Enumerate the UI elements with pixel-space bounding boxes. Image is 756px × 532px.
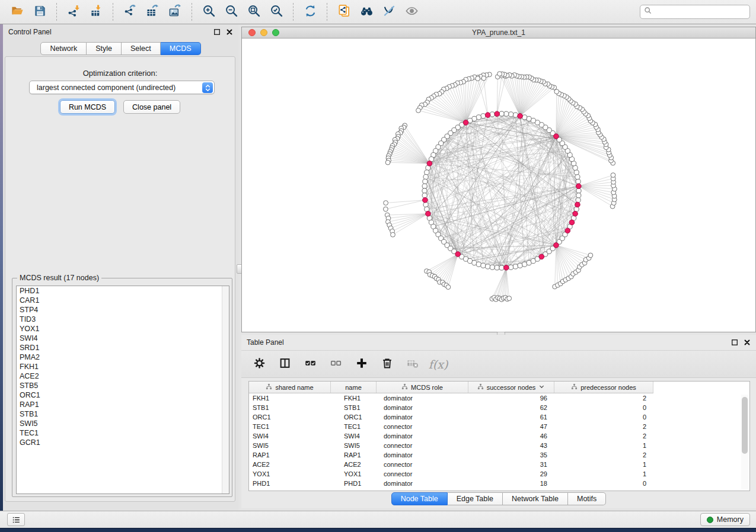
cell-mcds-role[interactable]: dominator bbox=[377, 403, 468, 412]
mcds-result-item[interactable]: PHD1 bbox=[17, 286, 229, 296]
cell-shared-name[interactable]: PHD1 bbox=[249, 479, 331, 488]
float-table-panel-icon[interactable] bbox=[731, 339, 738, 347]
table-row[interactable]: RAP1RAP1dominator352 bbox=[249, 450, 749, 460]
select-all-button[interactable] bbox=[303, 357, 318, 372]
cell-shared-name[interactable]: SWI5 bbox=[249, 441, 331, 450]
memory-button[interactable]: Memory bbox=[700, 513, 750, 526]
cell-name[interactable]: ORC1 bbox=[331, 412, 377, 422]
mcds-result-item[interactable]: CAR1 bbox=[17, 296, 229, 305]
cell-shared-name[interactable]: ACE2 bbox=[249, 460, 331, 469]
show-graphics-details-button[interactable] bbox=[403, 3, 420, 21]
cell-mcds-role[interactable]: connector bbox=[377, 422, 468, 431]
cell-predecessor-nodes[interactable]: 2 bbox=[554, 422, 653, 431]
cell-name[interactable]: YOX1 bbox=[331, 469, 377, 479]
mcds-result-item[interactable]: SRD1 bbox=[17, 343, 229, 352]
refresh-button[interactable] bbox=[301, 3, 319, 21]
cell-mcds-role[interactable]: connector bbox=[377, 441, 468, 450]
cell-shared-name[interactable]: YOX1 bbox=[249, 469, 331, 479]
hide-graphics-details-button[interactable] bbox=[380, 3, 398, 21]
save-button[interactable] bbox=[31, 3, 49, 21]
mcds-result-item[interactable]: PMA2 bbox=[17, 352, 229, 362]
cell-mcds-role[interactable]: dominator bbox=[377, 479, 468, 488]
criterion-dropdown[interactable]: largest connected component (undirected) bbox=[29, 81, 215, 94]
table-row[interactable]: ORC1ORC1dominator610 bbox=[249, 412, 749, 422]
mcds-result-item[interactable]: STB1 bbox=[17, 409, 229, 419]
mcds-result-item[interactable]: STP4 bbox=[17, 305, 229, 315]
clone-network-button[interactable] bbox=[335, 3, 353, 21]
cell-predecessor-nodes[interactable]: 2 bbox=[554, 431, 653, 441]
table-scrollbar-thumb[interactable] bbox=[742, 397, 748, 454]
cell-shared-name[interactable]: RAP1 bbox=[249, 450, 331, 460]
cell-name[interactable]: PHD1 bbox=[331, 479, 377, 488]
add-button[interactable] bbox=[354, 357, 369, 372]
cell-successor-nodes[interactable]: 35 bbox=[468, 450, 554, 460]
cell-predecessor-nodes[interactable]: 0 bbox=[554, 403, 653, 412]
table-scrollbar[interactable] bbox=[741, 395, 748, 489]
table-row[interactable]: YOX1YOX1connector291 bbox=[249, 469, 749, 479]
tab-select[interactable]: Select bbox=[122, 42, 161, 55]
cell-name[interactable]: SWI5 bbox=[331, 441, 377, 450]
cell-successor-nodes[interactable]: 61 bbox=[468, 412, 554, 422]
tab-network[interactable]: Network bbox=[40, 42, 87, 55]
cell-successor-nodes[interactable]: 18 bbox=[468, 479, 554, 488]
cell-predecessor-nodes[interactable]: 0 bbox=[554, 412, 653, 422]
cell-shared-name[interactable]: TEC1 bbox=[249, 422, 331, 431]
table-row[interactable]: SWI4SWI4dominator462 bbox=[249, 431, 749, 441]
mcds-result-item[interactable]: TID3 bbox=[17, 315, 229, 324]
column-header-mcds-role[interactable]: MCDS role bbox=[377, 382, 468, 393]
mcds-result-item[interactable]: ACE2 bbox=[17, 371, 229, 381]
mcds-result-item[interactable]: TEC1 bbox=[17, 428, 229, 438]
zoom-fit-button[interactable] bbox=[245, 3, 263, 21]
cell-mcds-role[interactable]: connector bbox=[377, 460, 468, 469]
tab-edge-table[interactable]: Edge Table bbox=[448, 492, 503, 505]
cell-mcds-role[interactable]: connector bbox=[377, 469, 468, 479]
cell-successor-nodes[interactable]: 47 bbox=[468, 422, 554, 431]
column-header-name[interactable]: name bbox=[331, 382, 377, 393]
cell-name[interactable]: ACE2 bbox=[331, 460, 377, 469]
cell-successor-nodes[interactable]: 31 bbox=[468, 460, 554, 469]
cell-predecessor-nodes[interactable]: 0 bbox=[554, 479, 653, 488]
close-table-panel-icon[interactable] bbox=[743, 339, 751, 347]
tab-node-table[interactable]: Node Table bbox=[391, 492, 448, 505]
zoom-in-button[interactable] bbox=[200, 3, 218, 21]
tab-style[interactable]: Style bbox=[87, 42, 122, 55]
run-mcds-button[interactable]: Run MCDS bbox=[60, 100, 115, 114]
mcds-result-item[interactable]: STB5 bbox=[17, 381, 229, 390]
trash-button[interactable] bbox=[379, 357, 395, 372]
formula-button[interactable]: f(x) bbox=[430, 357, 446, 372]
cell-mcds-role[interactable]: dominator bbox=[377, 393, 468, 403]
export-image-button[interactable] bbox=[166, 3, 184, 21]
deselect-all-button[interactable] bbox=[328, 357, 344, 372]
column-header-predecessor-nodes[interactable]: predecessor nodes bbox=[554, 382, 653, 393]
network-graph[interactable] bbox=[242, 39, 755, 332]
cell-name[interactable]: RAP1 bbox=[331, 450, 377, 460]
mcds-result-item[interactable]: ORC1 bbox=[17, 390, 229, 400]
delete-table-button[interactable] bbox=[405, 357, 420, 372]
network-canvas[interactable] bbox=[242, 39, 755, 332]
column-header-successor-nodes[interactable]: successor nodes bbox=[468, 382, 554, 393]
zoom-selected-button[interactable] bbox=[267, 3, 285, 21]
mcds-result-item[interactable]: SWI4 bbox=[17, 334, 229, 343]
cell-predecessor-nodes[interactable]: 1 bbox=[554, 460, 653, 469]
table-row[interactable]: TEC1TEC1connector472 bbox=[249, 422, 749, 431]
cell-successor-nodes[interactable]: 43 bbox=[468, 441, 554, 450]
cell-successor-nodes[interactable]: 29 bbox=[468, 469, 554, 479]
cell-mcds-role[interactable]: dominator bbox=[377, 412, 468, 422]
status-menu-button[interactable] bbox=[7, 513, 25, 526]
column-header-shared-name[interactable]: shared name bbox=[249, 382, 331, 393]
cell-predecessor-nodes[interactable]: 2 bbox=[554, 450, 653, 460]
table-row[interactable]: SWI5SWI5connector431 bbox=[249, 441, 749, 450]
cell-predecessor-nodes[interactable]: 1 bbox=[554, 441, 653, 450]
cell-name[interactable]: FKH1 bbox=[331, 393, 377, 403]
search-network-button[interactable] bbox=[358, 3, 375, 21]
table-row[interactable]: STB1STB1dominator620 bbox=[249, 403, 749, 412]
cell-name[interactable]: STB1 bbox=[331, 403, 377, 412]
cell-shared-name[interactable]: STB1 bbox=[249, 403, 331, 412]
cell-name[interactable]: TEC1 bbox=[331, 422, 377, 431]
cell-shared-name[interactable]: SWI4 bbox=[249, 431, 331, 441]
table-row[interactable]: PHD1PHD1dominator180 bbox=[249, 479, 749, 488]
cell-shared-name[interactable]: ORC1 bbox=[249, 412, 331, 422]
mcds-result-item[interactable]: RAP1 bbox=[17, 400, 229, 409]
cell-successor-nodes[interactable]: 46 bbox=[468, 431, 554, 441]
export-network-button[interactable] bbox=[121, 3, 139, 21]
